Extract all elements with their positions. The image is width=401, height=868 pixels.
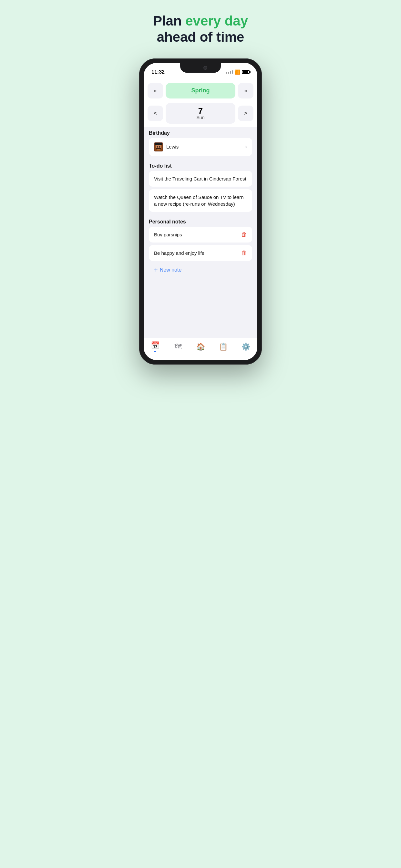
- season-nav: « Spring »: [144, 80, 257, 102]
- birthday-card-lewis[interactable]: Lewis ›: [149, 138, 252, 156]
- svg-rect-2: [155, 143, 162, 145]
- status-icons: 📶: [226, 69, 250, 74]
- season-label: Spring: [166, 83, 235, 98]
- next-day-button[interactable]: >: [238, 105, 253, 121]
- prev-season-button[interactable]: «: [148, 83, 163, 98]
- signal-icon: [226, 70, 233, 73]
- notch: [180, 63, 221, 73]
- notes-section-title: Personal notes: [149, 219, 252, 225]
- headline-text: Plan every day ahead of time: [133, 13, 268, 45]
- tasks-icon: 📋: [219, 343, 227, 351]
- calendar-icon: 📅: [151, 341, 159, 350]
- battery-icon: [242, 70, 250, 74]
- note-item-2[interactable]: Be happy and enjoy life 🗑: [149, 245, 252, 261]
- day-number: 7: [198, 106, 203, 115]
- svg-rect-6: [156, 148, 161, 149]
- lewis-name: Lewis: [166, 144, 245, 150]
- headline-part1: Plan: [153, 13, 185, 28]
- tab-active-dot: [154, 351, 156, 352]
- phone-screen: 11:32 📶 «: [144, 63, 257, 360]
- lewis-pixel-art: [154, 143, 163, 151]
- notes-section: Personal notes Buy parsnips 🗑 Be happy a…: [144, 216, 257, 280]
- todo-text-1: Visit the Traveling Cart in Cindersap Fo…: [154, 175, 247, 182]
- birthday-section-title: Birthday: [149, 130, 252, 136]
- note-text-2: Be happy and enjoy life: [154, 250, 239, 256]
- svg-rect-5: [159, 146, 160, 148]
- tab-calendar[interactable]: 📅: [144, 341, 166, 352]
- day-display: 7 Sun: [166, 103, 235, 124]
- tab-map[interactable]: 🗺: [166, 343, 189, 351]
- day-name: Sun: [197, 115, 205, 120]
- tab-bar: 📅 🗺 🏠 📋 ⚙️: [144, 338, 257, 360]
- status-time: 11:32: [151, 69, 165, 75]
- wifi-icon: 📶: [235, 69, 240, 74]
- birthday-section: Birthday: [144, 127, 257, 160]
- todo-item-2[interactable]: Watch the Queen of Sauce on TV to learn …: [149, 189, 252, 212]
- notch-camera: [204, 66, 207, 70]
- tab-settings[interactable]: ⚙️: [235, 343, 257, 351]
- empty-space: [144, 280, 257, 338]
- svg-rect-4: [157, 146, 158, 148]
- lewis-chevron-icon: ›: [245, 144, 247, 150]
- new-note-button[interactable]: + New note: [149, 264, 187, 278]
- delete-note-2-button[interactable]: 🗑: [239, 250, 247, 256]
- todo-section-title: To-do list: [149, 163, 252, 169]
- farm-icon: 🏠: [196, 343, 205, 351]
- todo-item-1[interactable]: Visit the Traveling Cart in Cindersap Fo…: [149, 171, 252, 187]
- prev-day-button[interactable]: <: [148, 105, 163, 121]
- next-season-button[interactable]: »: [238, 83, 253, 98]
- svg-rect-7: [157, 149, 160, 151]
- headline-part2: every day: [185, 13, 248, 28]
- headline-part3: ahead of time: [157, 29, 244, 44]
- todo-section: To-do list Visit the Traveling Cart in C…: [144, 160, 257, 216]
- lewis-avatar: [154, 143, 163, 151]
- settings-icon: ⚙️: [242, 343, 250, 351]
- todo-text-2: Watch the Queen of Sauce on TV to learn …: [154, 194, 247, 207]
- day-nav: < 7 Sun >: [144, 102, 257, 127]
- tab-farm[interactable]: 🏠: [189, 343, 212, 351]
- app-content: « Spring » < 7 Sun >: [144, 80, 257, 127]
- delete-note-1-button[interactable]: 🗑: [239, 231, 247, 238]
- headline: Plan every day ahead of time: [126, 13, 275, 45]
- page-wrapper: Plan every day ahead of time 11:32: [126, 13, 275, 365]
- new-note-plus-icon: +: [154, 267, 158, 273]
- tab-tasks[interactable]: 📋: [212, 343, 235, 351]
- map-icon: 🗺: [174, 343, 181, 351]
- note-text-1: Buy parsnips: [154, 231, 239, 238]
- phone-frame: 11:32 📶 «: [139, 58, 262, 365]
- note-item-1[interactable]: Buy parsnips 🗑: [149, 227, 252, 243]
- new-note-label: New note: [160, 267, 182, 273]
